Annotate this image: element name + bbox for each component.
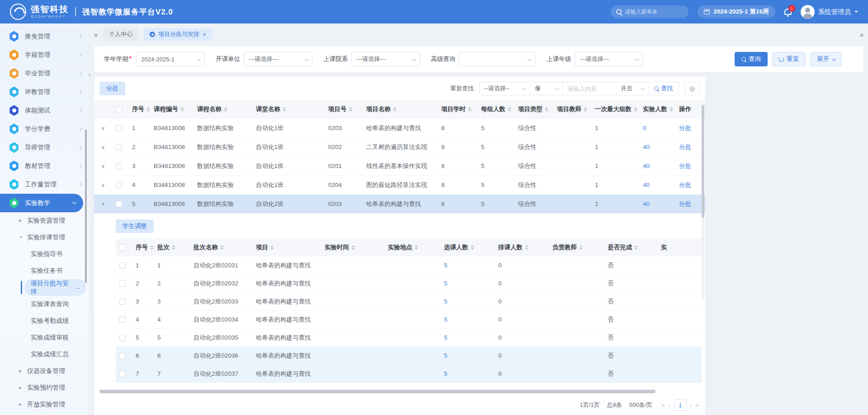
sidebar-item[interactable]: 导师管理 (0, 138, 89, 157)
tabs-scroll-right-icon[interactable]: » (860, 31, 863, 38)
column-settings-button[interactable]: ◎ (684, 82, 700, 95)
sub-table-row[interactable]: 7 7 自动化2班02037 哈希表的构建与查找 5 0 否 (116, 365, 702, 383)
first-page-icon[interactable]: « (661, 401, 665, 409)
selected-count-link[interactable]: 5 (444, 280, 448, 287)
batch-action-link[interactable]: 分批 (679, 162, 691, 170)
students-count-link[interactable]: 0 (643, 125, 646, 131)
sort-icon[interactable] (471, 245, 474, 250)
table-row[interactable]: ∨ 1 B34813008 数据结构实验 自动化1班 0203 哈希表的构建与查… (94, 119, 705, 138)
selected-count-link[interactable]: 5 (444, 262, 448, 269)
college-select[interactable]: ---请选择--- (351, 52, 420, 66)
sub-table-row[interactable]: 1 1 自动化2班02031 哈希表的构建与查找 5 0 否 (116, 256, 702, 275)
sort-icon[interactable] (150, 245, 154, 250)
sort-icon[interactable] (584, 107, 587, 112)
row-checkbox[interactable] (116, 201, 122, 207)
sidebar-leaf-item[interactable]: 项目分批与安排 → (24, 279, 86, 296)
students-count-link[interactable]: 40 (643, 144, 650, 150)
row-expand-icon[interactable]: ∨ (101, 125, 105, 131)
sidebar-item[interactable]: 体能测试 (0, 101, 89, 120)
sub-select-all-checkbox[interactable] (119, 244, 126, 251)
sort-icon[interactable] (634, 245, 638, 250)
sort-icon[interactable] (415, 245, 418, 250)
row-checkbox[interactable] (116, 125, 122, 131)
sub-row-checkbox[interactable] (119, 353, 126, 359)
menu-search-input[interactable] (625, 9, 679, 15)
find-logic-select[interactable]: 并且 (616, 82, 649, 95)
vertical-scrollbar-thumb[interactable] (702, 105, 704, 218)
selected-count-link[interactable]: 5 (444, 352, 448, 359)
sidebar-item[interactable]: 教材管理 (0, 157, 89, 175)
find-field-select[interactable]: --请选择-- (480, 82, 530, 95)
query-button[interactable]: 查询 (735, 52, 768, 66)
tab-project-batch[interactable]: 项目分批与安排 × (144, 28, 212, 41)
sidebar-group[interactable]: ▶ 实验预约管理 (0, 379, 89, 396)
batch-action-link[interactable]: 分批 (679, 143, 691, 151)
sidebar-item[interactable]: 学分学费 (0, 120, 89, 138)
selected-count-link[interactable]: 5 (444, 316, 448, 323)
row-expand-icon[interactable]: ∨ (101, 163, 105, 169)
sort-icon[interactable] (634, 107, 637, 112)
sidebar-leaf-item[interactable]: 实验课表查询 (24, 296, 89, 312)
user-menu[interactable]: 系统管理员 (801, 5, 859, 19)
sort-icon[interactable] (393, 107, 396, 112)
row-checkbox[interactable] (116, 163, 122, 169)
students-count-link[interactable]: 40 (643, 201, 650, 207)
selected-count-link[interactable]: 5 (444, 298, 448, 305)
sub-table-row[interactable]: 5 5 自动化2班02035 哈希表的构建与查找 5 0 否 (116, 329, 702, 347)
find-button[interactable]: 查找 (649, 84, 679, 93)
reset-button[interactable]: 重置 (772, 52, 806, 66)
students-count-link[interactable]: 40 (643, 182, 650, 188)
table-row[interactable]: ∨ 3 B34813008 数据结构实验 自动化1班 0201 线性表的基本操作… (94, 157, 705, 176)
sidebar-item[interactable]: 毕业管理 (0, 64, 89, 83)
horizontal-scrollbar[interactable] (98, 389, 702, 394)
sort-icon[interactable] (270, 245, 274, 250)
tabs-scroll-left-icon[interactable]: « (94, 31, 98, 38)
sidebar-group-resource[interactable]: ▶ 实验资源管理 (0, 212, 89, 229)
sidebar-item[interactable]: 推免管理 (0, 27, 89, 46)
sidebar-leaf-item[interactable]: 实验成绩汇总 (24, 346, 89, 363)
sidebar-item-experiment-teaching[interactable]: 实验教学 (0, 194, 83, 212)
horizontal-scrollbar-thumb[interactable] (99, 390, 656, 393)
term-week-selector[interactable]: 2024-2025-1 第16周 (698, 5, 775, 18)
sort-icon[interactable] (670, 107, 673, 112)
sub-table-row[interactable]: 3 3 自动化2班02033 哈希表的构建与查找 5 0 否 (116, 293, 702, 311)
last-page-icon[interactable]: » (695, 401, 699, 409)
tab-personal-center[interactable]: 个人中心 (103, 28, 138, 41)
sub-row-checkbox[interactable] (119, 317, 126, 323)
term-select[interactable]: 2024-2025-1 (136, 52, 205, 66)
table-row[interactable]: ∨ 2 B34813008 数据结构实验 自动化1班 0202 二叉树的遍历算法… (94, 138, 705, 157)
sort-icon[interactable] (224, 107, 227, 112)
sidebar-leaf-item[interactable]: 实验成绩审核 (24, 329, 89, 346)
batch-action-link[interactable]: 分批 (679, 124, 691, 132)
sort-icon[interactable] (349, 107, 353, 112)
sidebar-group[interactable]: ▶ 仪器设备管理 (0, 363, 89, 379)
sort-icon[interactable] (283, 107, 286, 112)
sort-icon[interactable] (579, 245, 583, 250)
select-all-checkbox[interactable] (116, 106, 122, 112)
students-count-link[interactable]: 40 (643, 163, 650, 169)
advanced-query-select[interactable] (459, 52, 536, 66)
sort-icon[interactable] (172, 245, 175, 250)
sort-icon[interactable] (180, 107, 184, 112)
sub-row-checkbox[interactable] (119, 262, 126, 269)
selected-count-link[interactable]: 5 (444, 370, 448, 377)
row-checkbox[interactable] (116, 182, 122, 188)
sort-icon[interactable] (508, 107, 511, 112)
sub-row-checkbox[interactable] (119, 298, 126, 305)
student-adjust-button[interactable]: 学生调整 (116, 219, 154, 233)
sub-table-row[interactable]: 6 6 自动化2班02036 哈希表的构建与查找 5 0 否 (116, 347, 702, 365)
expand-button[interactable]: 展开 (810, 52, 842, 66)
research-button[interactable]: 重新查找 (450, 84, 474, 93)
row-expand-icon[interactable]: ∨ (101, 182, 105, 188)
page-size-select[interactable]: 500条/页 (629, 401, 652, 409)
sub-row-checkbox[interactable] (119, 280, 126, 287)
sort-icon[interactable] (146, 107, 150, 112)
sidebar-group-scheduling[interactable]: ▼ 实验排课管理 (0, 229, 89, 246)
sort-icon[interactable] (525, 245, 528, 250)
selected-count-link[interactable]: 5 (444, 334, 448, 341)
sidebar-scrollbar[interactable] (85, 130, 87, 283)
sort-icon[interactable] (468, 107, 472, 112)
sub-row-checkbox[interactable] (119, 371, 126, 377)
menu-search-box[interactable] (611, 5, 689, 18)
sort-icon[interactable] (351, 245, 355, 250)
